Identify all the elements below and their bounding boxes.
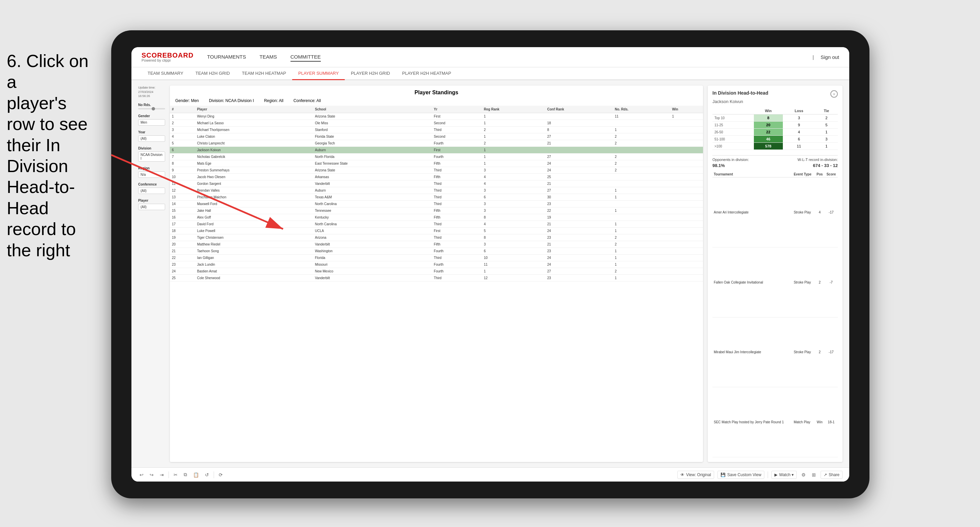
tournament-row: SEC Match Play hosted by Jerry Pate Roun…	[713, 387, 838, 457]
gender-select[interactable]: Men	[138, 119, 165, 125]
record-wlt: 674 - 33 - 12	[813, 163, 838, 168]
tcol-score: Score	[825, 171, 838, 178]
view-original-btn[interactable]: 👁 View: Original	[678, 471, 714, 479]
col-school: School	[313, 106, 432, 113]
instruction-line2: player's row to see	[7, 93, 98, 135]
settings-icon[interactable]: ⚙	[800, 471, 807, 479]
table-row[interactable]: 20 Matthew Riedel Vanderbilt Fifth 3 21 …	[170, 241, 703, 248]
tab-player-h2h-heatmap[interactable]: PLAYER H2H HEATMAP	[396, 67, 457, 80]
toolbar-sep1	[169, 471, 169, 478]
tcol-tournament: Tournament	[713, 171, 792, 178]
instruction-line4: Head-to-Head	[7, 176, 98, 219]
nav-teams[interactable]: TEAMS	[259, 52, 277, 62]
tab-player-h2h-grid[interactable]: PLAYER H2H GRID	[345, 67, 396, 80]
nav-committee[interactable]: COMMITTEE	[291, 52, 321, 62]
paste-icon[interactable]: 📋	[192, 471, 200, 479]
instruction-line5: record to the right	[7, 219, 98, 260]
col-yr: Yr	[432, 106, 482, 113]
table-row[interactable]: 24 Bastien Amat New Mexico Fourth 1 27 2	[170, 268, 703, 275]
standings-title: Player Standings	[175, 90, 698, 96]
standings-panel: Player Standings Gender: Men Division: N…	[170, 86, 703, 462]
tab-player-summary[interactable]: PLAYER SUMMARY	[292, 67, 345, 80]
tcol-type: Event Type	[792, 171, 815, 178]
copy-icon[interactable]: ⧉	[182, 470, 188, 479]
forward-icon[interactable]: ⇥	[158, 471, 165, 479]
table-row[interactable]: 23 Jack Lundin Missouri Fourth 11 24 1	[170, 261, 703, 268]
tournament-row: Amer Ari Intercollegiate Stroke Play 4 -…	[713, 178, 838, 248]
h2h-tournament-table: Tournament Event Type Pos Score Amer Ari…	[713, 171, 838, 457]
table-row[interactable]: 22 Ian Gilligan Florida Third 10 24 1	[170, 255, 703, 261]
sign-out-link[interactable]: Sign out	[821, 53, 839, 61]
watch-btn[interactable]: ▶ Watch ▾	[772, 471, 797, 479]
view-original-label: View: Original	[686, 473, 711, 477]
save-icon: 💾	[721, 473, 725, 477]
col-no-rds: No. Rds.	[612, 106, 670, 113]
record-label: W-L-T record in-division:	[798, 157, 838, 162]
h2h-rank-row: Top 10 8 3 2	[713, 114, 838, 122]
table-row[interactable]: 2 Michael La Sasso Ole Miss Second 1 18	[170, 120, 703, 127]
table-row[interactable]: 4 Luke Claton Florida State Second 1 27 …	[170, 133, 703, 140]
h2h-panel: In Division Head-to-Head × Jackson Koivu…	[708, 86, 843, 462]
col-player: Player	[195, 106, 313, 113]
h2h-col-rank	[713, 108, 754, 114]
h2h-rank-row: 11-25 20 9 5	[713, 122, 838, 129]
tournament-tbody: Amer Ari Intercollegiate Stroke Play 4 -…	[713, 178, 838, 457]
grid-icon[interactable]: ⊞	[810, 471, 817, 479]
h2h-title-row: In Division Head-to-Head ×	[713, 90, 838, 98]
nav-links: TOURNAMENTS TEAMS COMMITTEE	[207, 52, 813, 62]
h2h-rank-table: Win Loss Tie Top 10 8 3 2 11-25 20 9 5 2…	[713, 108, 838, 150]
save-custom-label: Save Custom View	[727, 473, 761, 477]
h2h-rank-tbody: Top 10 8 3 2 11-25 20 9 5 26-50 22 4 1 5…	[713, 114, 838, 150]
tournament-row: Mirabel Maui Jim Intercollegiate Stroke …	[713, 317, 838, 387]
view-icon: 👁	[680, 473, 684, 477]
save-custom-btn[interactable]: 💾 Save Custom View	[718, 471, 764, 479]
reset-icon[interactable]: ↺	[204, 471, 210, 479]
logo-subtitle: Powered by clippi	[142, 59, 193, 62]
tcol-pos: Pos	[815, 171, 825, 178]
h2h-rank-row: 26-50 22 4 1	[713, 129, 838, 136]
refresh-icon[interactable]: ⟳	[217, 471, 224, 479]
redo-icon[interactable]: ↪	[148, 471, 155, 479]
tab-team-h2h-heatmap[interactable]: TEAM H2H HEATMAP	[236, 67, 292, 80]
tablet-screen: SCOREBOARD Powered by clippi TOURNAMENTS…	[131, 47, 849, 481]
h2h-opponents-row: Opponents in division: W-L-T record in-d…	[713, 157, 838, 162]
table-row[interactable]: 21 Taehoon Song Washington Fourth 6 23 1	[170, 248, 703, 255]
bottom-toolbar: ↩ ↪ ⇥ ✂ ⧉ 📋 ↺ ⟳ 👁 View: Original 💾 Save …	[131, 467, 849, 481]
watch-label: Watch ▾	[779, 473, 794, 477]
table-row[interactable]: 3 Michael Thorbjornsen Stanford Third 2 …	[170, 127, 703, 133]
cut-icon[interactable]: ✂	[172, 471, 179, 479]
vertical-bar-icon: |	[813, 54, 814, 60]
standings-thead: # Player School Yr Reg Rank Conf Rank No…	[170, 106, 703, 113]
h2h-rank-row: 51-100 46 6 3	[713, 136, 838, 143]
filter-panel: Update time: 27/03/2024 16:56:26 No Rds.…	[138, 86, 165, 462]
sub-nav: TEAM SUMMARY TEAM H2H GRID TEAM H2H HEAT…	[131, 67, 849, 80]
h2h-close-button[interactable]: ×	[830, 90, 838, 98]
toolbar-sep3	[768, 471, 768, 478]
instruction-line3: their In Division	[7, 135, 98, 177]
h2h-record-row: 98.1% 674 - 33 - 12	[713, 163, 838, 168]
standings-filters: Gender: Men Division: NCAA Division I Re…	[175, 98, 698, 103]
nav-tournaments[interactable]: TOURNAMENTS	[207, 52, 246, 62]
filter-gender: Gender Men	[138, 114, 165, 125]
filter-year: Year (All)	[138, 130, 165, 142]
year-select[interactable]: (All)	[138, 135, 165, 142]
h2h-divider	[713, 155, 838, 156]
col-num: #	[170, 106, 195, 113]
instruction-block: 6. Click on a player's row to see their …	[0, 44, 105, 267]
tab-team-summary[interactable]: TEAM SUMMARY	[142, 67, 189, 80]
table-row[interactable]: 1 Wenyi Ding Arizona State First 1 11 1	[170, 113, 703, 120]
share-icon: ↗	[824, 473, 827, 477]
arrow-indicator	[94, 145, 297, 239]
filter-gender-display: Gender: Men	[175, 98, 199, 103]
h2h-col-tie: Tie	[815, 108, 838, 114]
filter-no-rds: No Rds.	[138, 103, 165, 110]
table-row[interactable]: 25 Cole Sherwood Vanderbilt Third 12 23 …	[170, 275, 703, 281]
col-conf-rank: Conf Rank	[545, 106, 612, 113]
toolbar-sep2	[214, 471, 214, 478]
no-rds-slider[interactable]	[138, 108, 165, 110]
update-time: Update time: 27/03/2024 16:56:26	[138, 86, 165, 98]
tab-team-h2h-grid[interactable]: TEAM H2H GRID	[189, 67, 236, 80]
undo-icon[interactable]: ↩	[138, 471, 145, 479]
tablet-frame: SCOREBOARD Powered by clippi TOURNAMENTS…	[111, 30, 869, 498]
share-btn[interactable]: ↗ Share	[821, 471, 843, 479]
